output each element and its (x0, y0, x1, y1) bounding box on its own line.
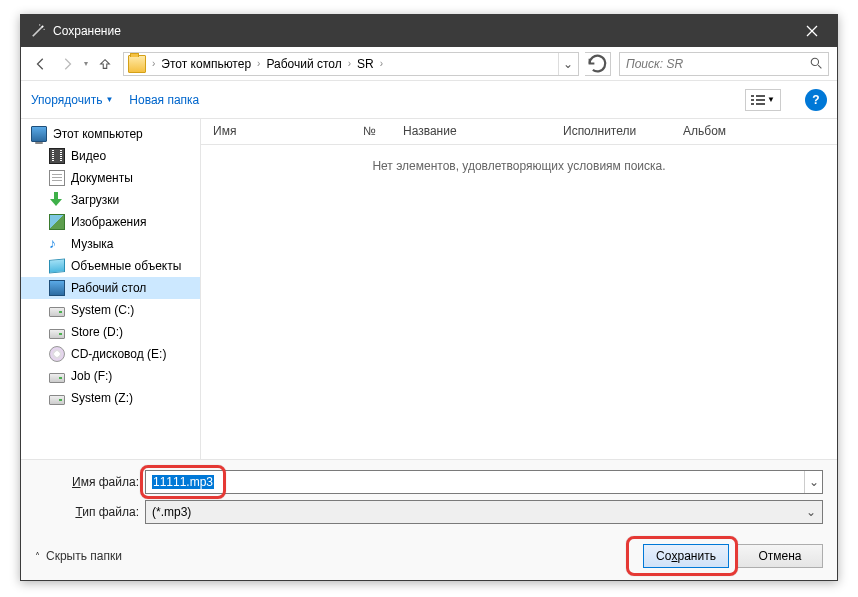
dialog-title: Сохранение (53, 24, 789, 38)
tree-item-label: Документы (71, 171, 133, 185)
tree-item[interactable]: Документы (21, 167, 200, 189)
tree-item[interactable]: Загрузки (21, 189, 200, 211)
help-button[interactable]: ? (805, 89, 827, 111)
toolbar: Упорядочить▼ Новая папка ▼ ? (21, 81, 837, 119)
drive-icon (49, 329, 65, 339)
tree-item[interactable]: Рабочий стол (21, 277, 200, 299)
tree-item-label: Этот компьютер (53, 127, 143, 141)
svg-rect-12 (751, 103, 754, 105)
chevron-right-icon: › (253, 58, 264, 69)
tree-item[interactable]: System (Z:) (21, 387, 200, 409)
tree-item[interactable]: ♪Музыка (21, 233, 200, 255)
tree-item[interactable]: Job (F:) (21, 365, 200, 387)
svg-rect-8 (751, 95, 754, 97)
tree-item[interactable]: Видео (21, 145, 200, 167)
chevron-down-icon: ⌄ (806, 505, 816, 519)
save-button[interactable]: Сохранить (643, 544, 729, 568)
chevron-up-icon: ˄ (35, 551, 40, 562)
svg-point-6 (811, 58, 818, 65)
filetype-combo[interactable]: (*.mp3) ⌄ (145, 500, 823, 524)
folder-tree[interactable]: Этот компьютерВидеоДокументыЗагрузкиИзоб… (21, 119, 201, 459)
up-button[interactable] (93, 52, 117, 76)
tree-item-label: Job (F:) (71, 369, 112, 383)
drive-icon (49, 307, 65, 317)
search-icon[interactable] (804, 57, 828, 70)
breadcrumb-item[interactable]: SR (355, 57, 376, 71)
filename-label: Имя файла: (35, 475, 145, 489)
svg-point-3 (44, 29, 45, 30)
tree-item[interactable]: Store (D:) (21, 321, 200, 343)
history-chevron-icon[interactable]: ▾ (81, 59, 91, 68)
column-header[interactable]: Название (391, 119, 551, 144)
filetype-row: Тип файла: (*.mp3) ⌄ (35, 500, 823, 524)
organize-menu[interactable]: Упорядочить▼ (31, 93, 113, 107)
svg-rect-11 (756, 99, 765, 101)
hide-folders-toggle[interactable]: ˄ Скрыть папки (35, 549, 122, 563)
new-folder-label: Новая папка (129, 93, 199, 107)
column-header[interactable]: № (351, 119, 391, 144)
address-dropdown[interactable]: ⌄ (558, 53, 576, 75)
empty-message: Нет элементов, удовлетворяющих условиям … (201, 145, 837, 187)
tree-item-label: Музыка (71, 237, 113, 251)
chevron-down-icon: ▼ (767, 95, 775, 104)
cd-icon (49, 346, 65, 362)
app-icon (31, 24, 45, 38)
file-list-area: Имя№НазваниеИсполнителиАльбом Нет элемен… (201, 119, 837, 459)
new-folder-button[interactable]: Новая папка (129, 93, 199, 107)
breadcrumb-item[interactable]: Рабочий стол (264, 57, 343, 71)
refresh-icon (585, 51, 610, 76)
tree-item-label: Объемные объекты (71, 259, 181, 273)
organize-label: Упорядочить (31, 93, 102, 107)
pc-icon (31, 126, 47, 142)
filetype-label: Тип файла: (35, 505, 145, 519)
view-icon (751, 94, 765, 106)
svg-point-2 (39, 24, 40, 25)
svg-rect-9 (756, 95, 765, 97)
filetype-value: (*.mp3) (152, 505, 191, 519)
breadcrumb-item[interactable]: Этот компьютер (159, 57, 253, 71)
filename-dropdown[interactable]: ⌄ (804, 471, 822, 493)
chevron-right-icon: › (376, 58, 387, 69)
breadcrumb[interactable]: › Этот компьютер › Рабочий стол › SR › ⌄ (123, 52, 579, 76)
tree-item-label: Видео (71, 149, 106, 163)
drive-icon (49, 395, 65, 405)
back-button[interactable] (29, 52, 53, 76)
save-dialog: Сохранение ▾ › Этот компьютер › Рабочий … (20, 14, 838, 581)
svg-rect-10 (751, 99, 754, 101)
desk-icon (49, 280, 65, 296)
tree-item[interactable]: CD-дисковод (E:) (21, 343, 200, 365)
tree-item[interactable]: Изображения (21, 211, 200, 233)
chevron-down-icon: ▼ (105, 95, 113, 104)
search-input[interactable] (620, 57, 804, 71)
close-button[interactable] (789, 15, 835, 47)
drive-icon (49, 373, 65, 383)
bottom-panel: Имя файла: 11111.mp3 ⌄ Тип файла: (*.mp3… (21, 459, 837, 580)
svg-line-7 (818, 65, 821, 68)
search-box[interactable] (619, 52, 829, 76)
close-icon (806, 25, 818, 37)
column-header[interactable]: Имя (201, 119, 351, 144)
chevron-right-icon: › (148, 58, 159, 69)
nav-row: ▾ › Этот компьютер › Рабочий стол › SR ›… (21, 47, 837, 81)
folder-icon (128, 55, 146, 73)
tree-item[interactable]: Объемные объекты (21, 255, 200, 277)
hide-folders-label: Скрыть папки (46, 549, 122, 563)
tree-item-label: Изображения (71, 215, 146, 229)
column-header[interactable]: Исполнители (551, 119, 671, 144)
filename-input[interactable]: 11111.mp3 (146, 475, 804, 489)
tree-item-label: System (Z:) (71, 391, 133, 405)
column-header[interactable]: Альбом (671, 119, 791, 144)
tree-item[interactable]: System (C:) (21, 299, 200, 321)
tree-item[interactable]: Этот компьютер (21, 123, 200, 145)
refresh-button[interactable] (585, 52, 611, 76)
video-icon (49, 148, 65, 164)
view-options[interactable]: ▼ (745, 89, 781, 111)
forward-button[interactable] (55, 52, 79, 76)
cancel-button[interactable]: Отмена (737, 544, 823, 568)
box-icon (49, 259, 65, 274)
tree-item-label: Загрузки (71, 193, 119, 207)
titlebar: Сохранение (21, 15, 837, 47)
column-headers: Имя№НазваниеИсполнителиАльбом (201, 119, 837, 145)
action-row: ˄ Скрыть папки Сохранить Отмена (35, 530, 823, 568)
filename-input-wrap[interactable]: 11111.mp3 ⌄ (145, 470, 823, 494)
